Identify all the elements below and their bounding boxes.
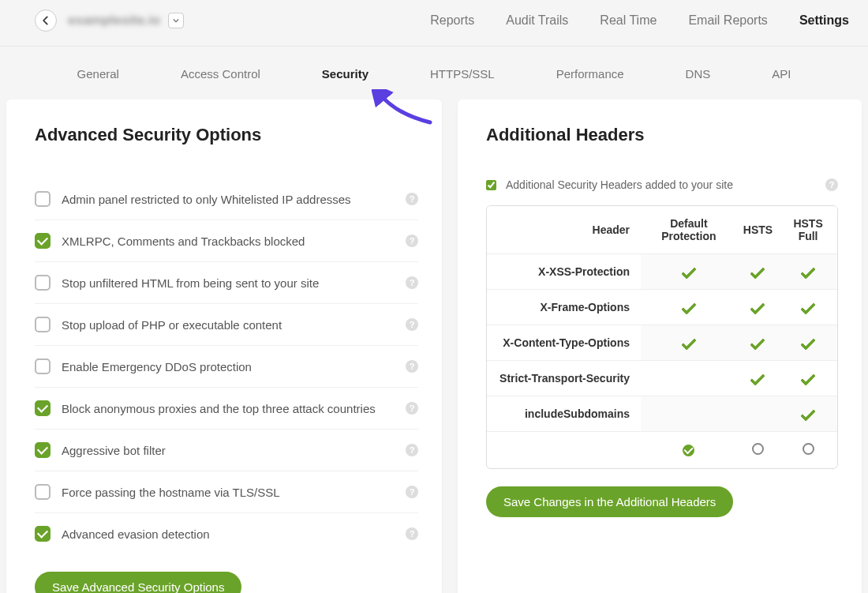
table-header: Default Protection [641,206,737,254]
check-icon [750,299,766,315]
back-button[interactable] [35,9,57,32]
help-icon[interactable]: ? [406,235,418,247]
arrow-left-icon [40,15,51,26]
nav-settings[interactable]: Settings [799,13,849,28]
help-icon[interactable]: ? [406,402,418,415]
check-icon [681,299,697,315]
option-label: Advanced evasion detection [62,527,406,541]
security-option-row: Block anonymous proxies and the top thre… [35,387,418,429]
header-value-cell [779,290,837,325]
help-icon[interactable]: ? [406,486,418,498]
save-advanced-security-button[interactable]: Save Advanced Security Options [35,572,241,593]
header-name-cell: X-XSS-Protection [487,254,641,290]
help-icon[interactable]: ? [406,193,418,205]
nav-audit-trails[interactable]: Audit Trails [506,13,568,28]
option-checkbox[interactable] [35,358,51,374]
help-icon[interactable]: ? [406,318,418,331]
security-option-row: Admin panel restricted to only Whitelist… [35,178,418,220]
tab-api[interactable]: API [772,67,791,81]
option-checkbox[interactable] [35,400,51,416]
table-row: X-Frame-Options [487,290,837,325]
header-value-cell [641,325,737,361]
check-icon [800,406,816,422]
header-value-cell [641,290,737,325]
header-value-cell [779,325,837,361]
site-dropdown-toggle[interactable] [168,13,184,28]
check-icon [800,264,816,280]
check-icon [750,335,766,351]
header-name-cell: X-Content-Type-Options [487,325,641,361]
table-row: X-XSS-Protection [487,254,837,290]
nav-reports[interactable]: Reports [430,13,474,28]
nav-email-reports[interactable]: Email Reports [688,13,767,28]
security-option-row: Force passing the hostname via TLS/SSL? [35,471,418,512]
header-value-cell [779,396,837,432]
table-row: Strict-Transport-Security [487,361,837,396]
check-icon [681,264,697,280]
help-icon[interactable]: ? [406,527,418,540]
option-label: Force passing the hostname via TLS/SSL [62,486,406,499]
protection-level-selector-row [487,432,837,469]
option-label: Block anonymous proxies and the top thre… [62,402,406,415]
additional-headers-panel: Additional Headers Additional Security H… [458,99,862,593]
settings-subnav: General Access Control Security HTTPS/SS… [0,47,868,99]
header-value-cell [779,254,837,290]
header-name-cell: X-Frame-Options [487,290,641,325]
protection-level-radio[interactable] [683,445,694,456]
security-option-row: Enable Emergency DDoS protection? [35,345,418,387]
header-value-cell [641,396,737,432]
help-icon[interactable]: ? [825,178,838,191]
security-option-row: Advanced evasion detection? [35,512,418,554]
header-value-cell [737,290,779,325]
advanced-security-panel: Advanced Security Options Admin panel re… [6,99,442,593]
header-name-cell: includeSubdomains [487,396,641,432]
site-name: examplesite.io [68,13,160,28]
nav-real-time[interactable]: Real Time [600,13,657,28]
option-checkbox[interactable] [35,317,51,332]
option-checkbox[interactable] [35,526,51,542]
option-checkbox[interactable] [35,484,51,500]
header-value-cell [641,254,737,290]
protection-level-radio[interactable] [803,443,814,455]
header-value-cell [641,361,737,396]
help-icon[interactable]: ? [406,360,418,373]
tab-security[interactable]: Security [322,67,369,81]
option-label: Stop upload of PHP or executable content [62,318,406,332]
protection-level-radio[interactable] [752,443,764,455]
headers-table: HeaderDefault ProtectionHSTSHSTS Full X-… [486,205,838,469]
header-value-cell [737,254,779,290]
tab-access-control[interactable]: Access Control [181,67,260,81]
additional-headers-toggle[interactable] [486,180,496,190]
option-label: Aggressive bot filter [62,444,406,457]
tab-dns[interactable]: DNS [686,67,711,81]
tab-performance[interactable]: Performance [556,67,624,81]
security-option-row: Stop unfiltered HTML from being sent to … [35,261,418,303]
table-header: HSTS [737,206,779,254]
save-additional-headers-button[interactable]: Save Changes in the Additional Headers [486,486,733,517]
option-label: Stop unfiltered HTML from being sent to … [62,276,406,290]
check-icon [750,264,766,280]
header-value-cell [737,361,779,396]
option-label: Admin panel restricted to only Whitelist… [62,193,406,206]
additional-headers-toggle-label: Additional Security Headers added to you… [506,178,825,191]
table-row: includeSubdomains [487,396,837,432]
header-value-cell [737,396,779,432]
check-icon [750,370,766,386]
chevron-down-icon [173,17,179,24]
tab-general[interactable]: General [77,67,119,81]
security-option-row: XMLRPC, Comments and Trackbacks blocked? [35,220,418,261]
panel-title: Advanced Security Options [35,125,418,145]
top-nav: Reports Audit Trails Real Time Email Rep… [430,13,849,28]
tab-https-ssl[interactable]: HTTPS/SSL [430,67,495,81]
option-checkbox[interactable] [35,191,51,207]
help-icon[interactable]: ? [406,444,418,456]
table-header: HSTS Full [779,206,837,254]
help-icon[interactable]: ? [406,276,418,289]
check-icon [800,299,816,315]
table-row: X-Content-Type-Options [487,325,837,361]
header-value-cell [779,361,837,396]
option-checkbox[interactable] [35,233,51,249]
option-checkbox[interactable] [35,442,51,458]
check-icon [800,335,816,351]
option-checkbox[interactable] [35,275,51,291]
